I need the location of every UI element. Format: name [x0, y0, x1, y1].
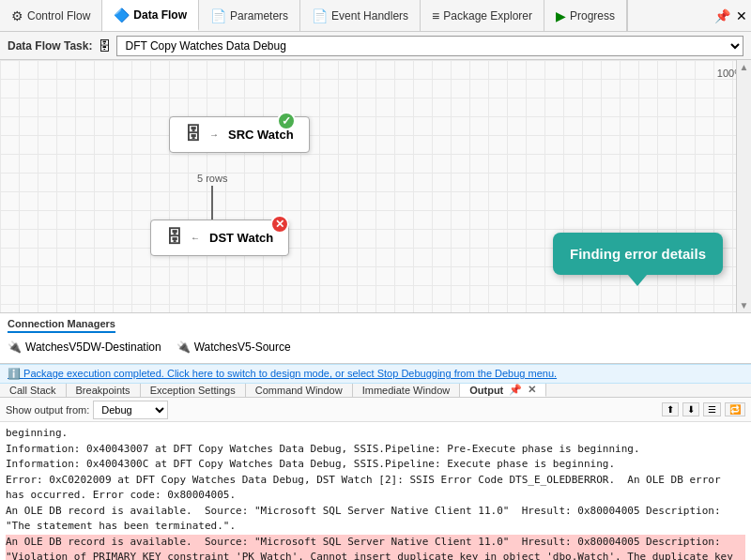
- arrow-label: 5 rows: [197, 173, 227, 184]
- output-line: An OLE DB record is available. Source: "…: [6, 504, 745, 535]
- dst-error-badge: ✕: [270, 215, 289, 234]
- dst-node-icon: 🗄: [166, 228, 183, 248]
- tab-parameters[interactable]: 📄 Parameters: [199, 0, 300, 31]
- tooltip-bubble: Finding error details: [553, 233, 723, 275]
- canvas-area: 100% 🗄 → SRC Watch ✓ 5 rows 🗄 ← DST Watc…: [0, 60, 751, 313]
- conn-item-1[interactable]: 🔌 WatchesV5-Source: [176, 341, 291, 354]
- conn-label-1: WatchesV5-Source: [194, 341, 291, 354]
- event-handlers-icon: 📄: [312, 8, 328, 23]
- tab-exception-settings[interactable]: Exception Settings: [141, 384, 246, 397]
- dst-node-label: DST Watch: [209, 231, 273, 245]
- tab-output[interactable]: Output 📌 ✕: [460, 384, 546, 397]
- output-source-select[interactable]: Debug: [93, 401, 168, 419]
- conn-item-0[interactable]: 🔌 WatchesV5DW-Destination: [8, 341, 161, 354]
- tab-event-handlers[interactable]: 📄 Event Handlers: [300, 0, 421, 31]
- bottom-panel: Call Stack Breakpoints Exception Setting…: [0, 384, 751, 560]
- output-line: Information: 0x4004300C at DFT Copy Watc…: [6, 457, 745, 473]
- tab-immediate-window[interactable]: Immediate Window: [353, 384, 461, 397]
- output-btn-3[interactable]: ☰: [703, 402, 721, 416]
- control-flow-icon: ⚙: [11, 8, 23, 23]
- info-bar[interactable]: ℹ️ Package execution completed. Click he…: [0, 364, 751, 384]
- tab-progress[interactable]: ▶ Progress: [544, 0, 627, 31]
- info-icon: ℹ️: [8, 368, 21, 379]
- bottom-tab-spacer: [546, 384, 751, 397]
- tab-progress-label: Progress: [570, 9, 615, 23]
- output-btn-4[interactable]: 🔁: [725, 402, 745, 416]
- toolbar-row: Data Flow Task: 🗄 DFT Copy Watches Data …: [0, 32, 751, 60]
- tab-call-stack[interactable]: Call Stack: [0, 384, 67, 397]
- close-icon[interactable]: ✕: [736, 8, 747, 23]
- output-btn-2[interactable]: ⬇: [682, 402, 699, 416]
- arrow-line: [211, 186, 213, 223]
- tab-control-flow[interactable]: ⚙ Control Flow: [0, 0, 102, 31]
- tab-package-explorer[interactable]: ≡ Package Explorer: [421, 0, 544, 31]
- connection-items: 🔌 WatchesV5DW-Destination 🔌 WatchesV5-So…: [8, 337, 743, 357]
- conn-icon-0: 🔌: [8, 341, 22, 354]
- src-success-badge: ✓: [277, 112, 296, 130]
- connection-managers-tab[interactable]: Connection Managers: [8, 318, 115, 333]
- task-icon: 🗄: [98, 38, 111, 53]
- pin-icon[interactable]: 📌: [714, 8, 730, 23]
- canvas-scrollbar[interactable]: ▲ ▼: [736, 60, 751, 312]
- tab-breakpoints[interactable]: Breakpoints: [67, 384, 141, 397]
- output-btn-1[interactable]: ⬆: [662, 402, 679, 416]
- output-source-label: Show output from:: [6, 404, 89, 416]
- bottom-tabs: Call Stack Breakpoints Exception Setting…: [0, 384, 751, 398]
- task-select[interactable]: DFT Copy Watches Data Debug: [116, 36, 743, 56]
- output-line: An OLE DB record is available. Source: "…: [6, 535, 745, 561]
- connection-managers-panel: Connection Managers 🔌 WatchesV5DW-Destin…: [0, 313, 751, 364]
- task-label: Data Flow Task:: [8, 39, 92, 53]
- tab-control-flow-label: Control Flow: [27, 9, 90, 23]
- package-explorer-icon: ≡: [432, 8, 439, 23]
- output-pin-icon[interactable]: 📌: [509, 384, 522, 396]
- tab-parameters-label: Parameters: [230, 9, 288, 23]
- output-line: Information: 0x40043007 at DFT Copy Watc…: [6, 442, 745, 458]
- output-line: Error: 0xC0202009 at DFT Copy Watches Da…: [6, 473, 745, 504]
- tab-event-handlers-label: Event Handlers: [331, 9, 408, 23]
- progress-icon: ▶: [556, 8, 566, 23]
- output-content[interactable]: beginning.Information: 0x40043007 at DFT…: [0, 422, 751, 560]
- tab-bar: ⚙ Control Flow 🔷 Data Flow 📄 Parameters …: [0, 0, 751, 32]
- data-flow-icon: 🔷: [114, 8, 130, 23]
- dst-node[interactable]: 🗄 ← DST Watch: [150, 219, 289, 256]
- tab-data-flow-label: Data Flow: [133, 8, 187, 22]
- parameters-icon: 📄: [210, 8, 226, 23]
- tooltip-text: Finding error details: [570, 246, 706, 262]
- output-line: beginning.: [6, 426, 745, 442]
- conn-label-0: WatchesV5DW-Destination: [25, 341, 161, 354]
- tab-package-explorer-label: Package Explorer: [443, 9, 532, 23]
- tab-data-flow[interactable]: 🔷 Data Flow: [102, 0, 199, 31]
- output-toolbar: Show output from: Debug ⬆ ⬇ ☰ 🔁: [0, 398, 751, 422]
- info-text: Package execution completed. Click here …: [23, 368, 557, 379]
- conn-icon-1: 🔌: [176, 341, 191, 354]
- output-panel: Show output from: Debug ⬆ ⬇ ☰ 🔁 beginnin…: [0, 398, 751, 560]
- src-node-icon: 🗄: [185, 125, 202, 144]
- output-close-icon[interactable]: ✕: [528, 384, 536, 396]
- tab-command-window[interactable]: Command Window: [246, 384, 353, 397]
